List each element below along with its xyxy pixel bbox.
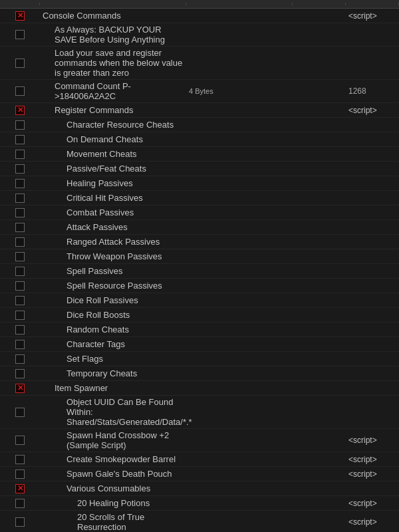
checkbox-unchecked[interactable] xyxy=(15,469,25,479)
table-row[interactable]: Spawn Hand Crossbow +2 (Sample Script)<s… xyxy=(0,429,399,452)
description-cell: 20 Healing Potions xyxy=(40,497,186,509)
checkbox-unchecked[interactable] xyxy=(15,340,25,349)
active-cell: ✕ xyxy=(0,10,40,22)
table-row[interactable]: ✕Various Consumables xyxy=(0,481,399,496)
checkbox-checked[interactable]: ✕ xyxy=(15,11,25,21)
table-row[interactable]: Combat Passives xyxy=(0,205,399,220)
description-cell: On Demand Cheats xyxy=(40,133,186,146)
description-text: Passive/Feat Cheats xyxy=(66,164,146,174)
value-cell xyxy=(346,182,399,185)
description-text: Spawn Gale's Death Pouch xyxy=(66,469,172,479)
checkbox-unchecked[interactable] xyxy=(15,325,25,334)
description-cell: As Always: BACKUP YOUR SAVE Before Using… xyxy=(40,23,186,46)
checkbox-unchecked[interactable] xyxy=(15,86,25,96)
type-cell xyxy=(293,197,346,200)
table-row[interactable]: As Always: BACKUP YOUR SAVE Before Using… xyxy=(0,23,399,47)
table-row[interactable]: Critical Hit Passives xyxy=(0,191,399,205)
table-row[interactable]: 20 Healing Potions<script> xyxy=(0,496,399,511)
checkbox-unchecked[interactable] xyxy=(15,120,25,130)
value-text: <script> xyxy=(348,499,377,508)
type-cell xyxy=(293,109,346,112)
address-cell: 4 Bytes xyxy=(186,86,293,96)
description-text: 20 Healing Potions xyxy=(77,498,150,508)
table-row[interactable]: Spell Resource Passives xyxy=(0,279,399,293)
active-cell xyxy=(0,236,40,248)
checkbox-unchecked[interactable] xyxy=(15,252,25,261)
table-row[interactable]: Load your save and register commands whe… xyxy=(0,47,399,80)
checkbox-unchecked[interactable] xyxy=(15,30,25,39)
table-row[interactable]: Movement Cheats xyxy=(0,147,399,162)
table-row[interactable]: Ranged Attack Passives xyxy=(0,235,399,249)
address-cell xyxy=(186,473,293,475)
table-row[interactable]: Command Count P->184006A2A2C4 Bytes1268 xyxy=(0,80,399,103)
table-row[interactable]: Create Smokepowder Barrel<script> xyxy=(0,452,399,467)
table-row[interactable]: Character Tags xyxy=(0,337,399,352)
description-text: Object UUID Can Be Found Within: Shared/… xyxy=(66,397,192,427)
checkbox-unchecked[interactable] xyxy=(15,208,25,217)
checkbox-unchecked[interactable] xyxy=(15,499,25,508)
checkbox-checked[interactable]: ✕ xyxy=(15,384,25,393)
description-cell: Random Cheats xyxy=(40,323,186,336)
address-cell xyxy=(186,62,293,65)
checkbox-unchecked[interactable] xyxy=(15,150,25,159)
table-row[interactable]: 20 Scrolls of True Resurrection<script> xyxy=(0,511,399,532)
checkbox-unchecked[interactable] xyxy=(15,223,25,232)
type-cell xyxy=(293,182,346,185)
checkbox-unchecked[interactable] xyxy=(15,311,25,320)
table-row[interactable]: Throw Weapon Passives xyxy=(0,249,399,264)
checkbox-unchecked[interactable] xyxy=(15,517,25,527)
checkbox-unchecked[interactable] xyxy=(15,194,25,203)
table-row[interactable]: Dice Roll Passives xyxy=(0,293,399,308)
description-cell: Create Smokepowder Barrel xyxy=(40,453,186,466)
table-row[interactable]: On Demand Cheats xyxy=(0,132,399,147)
table-row[interactable]: Object UUID Can Be Found Within: Shared/… xyxy=(0,396,399,429)
active-cell: ✕ xyxy=(0,382,40,394)
table-row[interactable]: Set Flags xyxy=(0,352,399,366)
table-row[interactable]: Attack Passives xyxy=(0,220,399,235)
table-row[interactable]: ✕Console Commands<script> xyxy=(0,9,399,23)
table-row[interactable]: Character Resource Cheats xyxy=(0,118,399,132)
type-cell xyxy=(293,343,346,346)
type-cell xyxy=(293,502,346,505)
description-text: Critical Hit Passives xyxy=(66,193,143,203)
table-row[interactable]: ✕Item Spawner xyxy=(0,381,399,396)
description-cell: Spawn Hand Crossbow +2 (Sample Script) xyxy=(40,429,186,452)
type-cell xyxy=(293,211,346,214)
checkbox-unchecked[interactable] xyxy=(15,59,25,68)
value-cell xyxy=(346,241,399,243)
table-row[interactable]: Temporary Cheats xyxy=(0,366,399,381)
active-cell xyxy=(0,148,40,160)
checkbox-checked[interactable]: ✕ xyxy=(15,106,25,115)
type-cell xyxy=(293,62,346,65)
table-row[interactable]: Random Cheats xyxy=(0,323,399,337)
table-row[interactable]: Healing Passives xyxy=(0,176,399,191)
checkbox-unchecked[interactable] xyxy=(15,267,25,276)
type-cell xyxy=(293,521,346,523)
description-text: Item Spawner xyxy=(55,383,108,393)
address-text: 4 Bytes xyxy=(189,87,213,95)
type-cell xyxy=(293,387,346,390)
checkbox-unchecked[interactable] xyxy=(15,436,25,445)
checkbox-unchecked[interactable] xyxy=(15,354,25,364)
type-cell xyxy=(293,241,346,243)
checkbox-unchecked[interactable] xyxy=(15,164,25,174)
checkbox-unchecked[interactable] xyxy=(15,408,25,417)
table-row[interactable]: Spawn Gale's Death Pouch<script> xyxy=(0,467,399,481)
table-row[interactable]: ✕Register Commands<script> xyxy=(0,103,399,118)
table-row[interactable]: Passive/Feat Cheats xyxy=(0,162,399,176)
checkbox-unchecked[interactable] xyxy=(15,179,25,188)
value-cell xyxy=(346,270,399,273)
checkbox-unchecked[interactable] xyxy=(15,237,25,247)
active-cell xyxy=(0,338,40,350)
active-cell xyxy=(0,265,40,277)
description-text: Various Consumables xyxy=(66,483,150,493)
table-row[interactable]: Spell Passives xyxy=(0,264,399,279)
checkbox-checked[interactable]: ✕ xyxy=(15,484,25,493)
checkbox-unchecked[interactable] xyxy=(15,281,25,291)
checkbox-unchecked[interactable] xyxy=(15,135,25,144)
address-cell xyxy=(186,314,293,317)
checkbox-unchecked[interactable] xyxy=(15,455,25,464)
checkbox-unchecked[interactable] xyxy=(15,369,25,378)
table-row[interactable]: Dice Roll Boosts xyxy=(0,308,399,323)
checkbox-unchecked[interactable] xyxy=(15,296,25,305)
